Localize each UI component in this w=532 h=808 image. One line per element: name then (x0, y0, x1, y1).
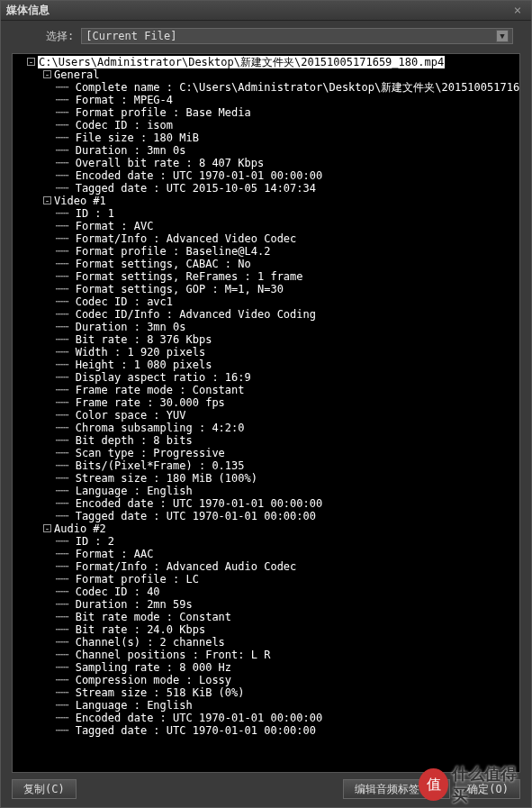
tree-row[interactable]: ┈┈ Format/Info : Advanced Audio Codec (13, 560, 519, 573)
tree-row[interactable]: ┈┈ Codec ID : 40 (13, 586, 519, 598)
tree-label: ┈┈ Bit rate : 24.0 Kbps (56, 623, 205, 636)
tree-label: ┈┈ Language : English (56, 485, 193, 497)
tree-label: ┈┈ Bit depth : 8 bits (56, 434, 193, 447)
tree-label: ┈┈ Format/Info : Advanced Video Codec (56, 232, 296, 245)
tree-row[interactable]: ┈┈ Width : 1 920 pixels (13, 346, 519, 359)
tree-row[interactable]: ┈┈ Format profile : LC (13, 573, 519, 586)
tree-row[interactable]: ┈┈ Height : 1 080 pixels (13, 359, 519, 371)
tree-label: ┈┈ Format profile : Baseline@L4.2 (56, 245, 270, 258)
tree-row[interactable]: ┈┈ Stream size : 518 KiB (0%) (13, 686, 519, 699)
tree-row[interactable]: ┈┈ Frame rate : 30.000 fps (13, 396, 519, 409)
tree-row[interactable]: ┈┈ Format : MPEG-4 (13, 94, 519, 106)
tree-row[interactable]: -Audio #2 (13, 522, 519, 535)
tree-row[interactable]: ┈┈ Channel(s) : 2 channels (13, 636, 519, 649)
tree-label: ┈┈ Tagged date : UTC 2015-10-05 14:07:34 (56, 182, 316, 195)
tree-row[interactable]: ┈┈ Bits/(Pixel*Frame) : 0.135 (13, 459, 519, 472)
tree-row[interactable]: ┈┈ Format/Info : Advanced Video Codec (13, 232, 519, 245)
tree-row[interactable]: ┈┈ Sampling rate : 8 000 Hz (13, 661, 519, 674)
file-select-combo[interactable]: [Current File] ▼ (81, 28, 513, 44)
media-info-window: 媒体信息 × 选择: [Current File] ▼ -C:\Users\Ad… (0, 0, 532, 808)
tree-label: ┈┈ File size : 180 MiB (56, 132, 199, 144)
tree-row[interactable]: ┈┈ Format profile : Baseline@L4.2 (13, 245, 519, 258)
tree-row[interactable]: ┈┈ Format profile : Base Media (13, 106, 519, 119)
titlebar: 媒体信息 × (1, 1, 531, 21)
tree-label: General (54, 68, 100, 81)
collapse-icon[interactable]: - (43, 196, 51, 204)
tree-label: ┈┈ Tagged date : UTC 1970-01-01 00:00:00 (56, 724, 316, 737)
tree-row[interactable]: ┈┈ Overall bit rate : 8 407 Kbps (13, 157, 519, 169)
tree-row[interactable]: ┈┈ ID : 2 (13, 535, 519, 548)
tree-label: ┈┈ Codec ID : isom (56, 119, 173, 132)
tree-row[interactable]: ┈┈ Tagged date : UTC 1970-01-01 00:00:00 (13, 724, 519, 737)
tree-row[interactable]: ┈┈ Tagged date : UTC 1970-01-01 00:00:00 (13, 510, 519, 522)
tree-row[interactable]: ┈┈ Bit rate : 24.0 Kbps (13, 623, 519, 636)
tree-row[interactable]: ┈┈ Format settings, ReFrames : 1 frame (13, 270, 519, 283)
tree-label: ┈┈ Duration : 3mn 0s (56, 321, 186, 333)
tree-row[interactable]: ┈┈ Format : AAC (13, 548, 519, 560)
tree-label: ┈┈ Format settings, ReFrames : 1 frame (56, 270, 303, 283)
tree-row[interactable]: ┈┈ Stream size : 180 MiB (100%) (13, 472, 519, 485)
tree-label: Video #1 (54, 195, 106, 207)
media-info-tree[interactable]: -C:\Users\Administrator\Desktop\新建文件夹\20… (12, 53, 520, 773)
collapse-icon[interactable]: - (43, 70, 51, 78)
tree-row[interactable]: ┈┈ Codec ID : isom (13, 119, 519, 132)
tree-label: ┈┈ Channel(s) : 2 channels (56, 636, 225, 649)
tree-row[interactable]: ┈┈ Complete name : C:\Users\Administrato… (13, 81, 519, 94)
tree-row[interactable]: ┈┈ Codec ID/Info : Advanced Video Coding (13, 308, 519, 321)
file-select-value: [Current File] (86, 30, 176, 42)
tree-label: ┈┈ Sampling rate : 8 000 Hz (56, 661, 231, 674)
tree-row[interactable]: ┈┈ Bit rate : 8 376 Kbps (13, 333, 519, 346)
tree-row[interactable]: ┈┈ Codec ID : avc1 (13, 295, 519, 308)
file-select-row: 选择: [Current File] ▼ (1, 21, 531, 50)
tree-label: ┈┈ Format/Info : Advanced Audio Codec (56, 560, 296, 573)
select-label: 选择: (46, 29, 74, 44)
tree-row[interactable]: ┈┈ Chroma subsampling : 4:2:0 (13, 422, 519, 434)
edit-audio-tags-button[interactable]: 编辑音频标签(W) (343, 779, 451, 799)
tree-row[interactable]: ┈┈ Encoded date : UTC 1970-01-01 00:00:0… (13, 169, 519, 182)
tree-label: ┈┈ Format : AAC (56, 548, 153, 560)
tree-row[interactable]: -General (13, 68, 519, 81)
collapse-icon[interactable]: - (27, 58, 35, 66)
tree-label: ┈┈ Overall bit rate : 8 407 Kbps (56, 157, 264, 169)
tree-row[interactable]: -Video #1 (13, 195, 519, 207)
copy-button[interactable]: 复制(C) (12, 779, 77, 799)
tree-label: ┈┈ Tagged date : UTC 1970-01-01 00:00:00 (56, 510, 316, 522)
tree-label: ┈┈ Encoded date : UTC 1970-01-01 00:00:0… (56, 497, 322, 510)
tree-label: ┈┈ Frame rate : 30.000 fps (56, 396, 225, 409)
tree-label: ┈┈ Stream size : 180 MiB (100%) (56, 472, 257, 485)
tree-row[interactable]: ┈┈ Format settings, GOP : M=1, N=30 (13, 283, 519, 295)
tree-row[interactable]: ┈┈ Format settings, CABAC : No (13, 258, 519, 270)
tree-row[interactable]: ┈┈ Tagged date : UTC 2015-10-05 14:07:34 (13, 182, 519, 195)
tree-label: ┈┈ Scan type : Progressive (56, 447, 225, 459)
tree-row[interactable]: ┈┈ Scan type : Progressive (13, 447, 519, 459)
tree-row[interactable]: ┈┈ Encoded date : UTC 1970-01-01 00:00:0… (13, 712, 519, 724)
tree-row[interactable]: ┈┈ Channel positions : Front: L R (13, 649, 519, 661)
tree-row[interactable]: ┈┈ Bit rate mode : Constant (13, 611, 519, 623)
tree-row[interactable]: ┈┈ Bit depth : 8 bits (13, 434, 519, 447)
tree-label: ┈┈ Height : 1 080 pixels (56, 359, 212, 371)
tree-row[interactable]: ┈┈ Encoded date : UTC 1970-01-01 00:00:0… (13, 497, 519, 510)
collapse-icon[interactable]: - (43, 524, 51, 532)
tree-row[interactable]: ┈┈ Frame rate mode : Constant (13, 384, 519, 396)
tree-label: ┈┈ ID : 2 (56, 535, 114, 548)
tree-row[interactable]: ┈┈ Duration : 3mn 0s (13, 144, 519, 157)
tree-row[interactable]: ┈┈ Color space : YUV (13, 409, 519, 422)
tree-row[interactable]: ┈┈ Language : English (13, 485, 519, 497)
tree-label: Audio #2 (54, 522, 106, 535)
tree-row[interactable]: ┈┈ Format : AVC (13, 220, 519, 232)
tree-label: ┈┈ Format profile : LC (56, 573, 199, 586)
tree-row[interactable]: ┈┈ Duration : 3mn 0s (13, 321, 519, 333)
tree-row[interactable]: ┈┈ Duration : 2mn 59s (13, 598, 519, 611)
close-icon[interactable]: × (509, 4, 526, 18)
tree-row[interactable]: ┈┈ Compression mode : Lossy (13, 674, 519, 686)
tree-row[interactable]: ┈┈ Language : English (13, 699, 519, 712)
chevron-down-icon: ▼ (496, 30, 509, 42)
tree-row[interactable]: ┈┈ ID : 1 (13, 207, 519, 220)
tree-row[interactable]: ┈┈ Display aspect ratio : 16:9 (13, 371, 519, 384)
tree-row[interactable]: ┈┈ File size : 180 MiB (13, 132, 519, 144)
tree-label: ┈┈ Complete name : C:\Users\Administrato… (56, 81, 520, 94)
tree-row[interactable]: -C:\Users\Administrator\Desktop\新建文件夹\20… (13, 56, 519, 68)
tree-label: ┈┈ Encoded date : UTC 1970-01-01 00:00:0… (56, 712, 322, 724)
ok-button[interactable]: 确定(O) (455, 779, 520, 799)
tree-label: ┈┈ Format : AVC (56, 220, 153, 232)
